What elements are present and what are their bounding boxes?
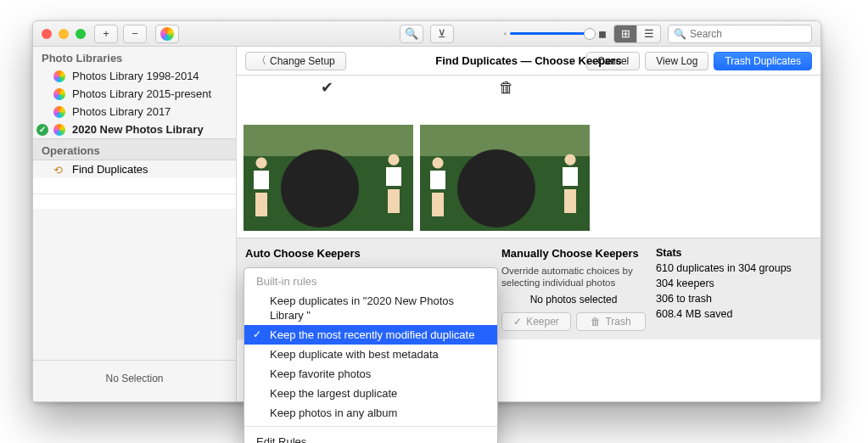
auto-title: Auto Choose Keepers xyxy=(245,247,491,260)
stats-title: Stats xyxy=(656,247,812,259)
library-item-active[interactable]: 2020 New Photos Library xyxy=(33,121,236,138)
stats-line: 306 to trash xyxy=(656,293,812,305)
filter-button[interactable]: ⊻ xyxy=(430,25,454,43)
rules-group-label: Built-in rules xyxy=(244,268,497,291)
close-icon[interactable] xyxy=(42,29,52,39)
libraries-header: Photo Libraries xyxy=(33,47,236,67)
trash-label: Trash xyxy=(605,316,630,328)
photos-icon xyxy=(53,70,65,82)
edit-rules-item[interactable]: Edit Rules… xyxy=(244,430,497,443)
traffic-lights xyxy=(42,29,86,39)
search-icon: 🔍 xyxy=(674,28,686,40)
library-item[interactable]: Photos Library 1998-2014 xyxy=(33,67,236,85)
thumbnail-size-slider[interactable]: ▫ ◼ xyxy=(503,28,607,40)
check-icon: ✔ xyxy=(321,78,333,97)
photo-keeper[interactable] xyxy=(244,125,413,231)
change-setup-label: Change Setup xyxy=(270,55,335,67)
library-item[interactable]: Photos Library 2015-present xyxy=(33,85,236,103)
manual-choose-panel: Manually Choose Keepers Override automat… xyxy=(501,247,646,331)
trash-icon: 🗑 xyxy=(499,79,514,97)
keeper-label: Keeper xyxy=(526,316,559,328)
rule-item[interactable]: Keep the largest duplicate xyxy=(244,384,497,403)
rule-item[interactable]: Keep photos in any album xyxy=(244,403,497,423)
remove-button[interactable]: − xyxy=(123,25,147,43)
operation-find-duplicates[interactable]: ⟲Find Duplicates xyxy=(33,160,236,178)
library-label: Photos Library 2015-present xyxy=(72,87,211,100)
trash-duplicates-button[interactable]: Trash Duplicates xyxy=(714,52,812,70)
rule-item[interactable]: Keep favorite photos xyxy=(244,364,497,384)
stats-line: 304 keepers xyxy=(656,278,812,289)
list-icon: ☰ xyxy=(644,27,654,40)
duplicate-group xyxy=(237,99,820,238)
inspect-button[interactable]: 🔍 xyxy=(400,25,423,43)
rule-item[interactable]: Keep duplicates in "2020 New Photos Libr… xyxy=(244,291,497,325)
list-view-button[interactable]: ☰ xyxy=(637,25,661,43)
check-icon: ✓ xyxy=(513,316,522,328)
operations-header: Operations xyxy=(33,138,236,160)
photos-icon xyxy=(53,106,65,118)
photo-duplicate[interactable] xyxy=(420,125,590,231)
photos-icon xyxy=(53,88,65,100)
minimize-icon[interactable] xyxy=(59,29,69,39)
trash-indicator: 🗑 xyxy=(417,76,596,99)
view-mode-toggle[interactable]: ⊞ ☰ xyxy=(613,25,661,43)
library-label: 2020 New Photos Library xyxy=(72,123,204,136)
add-button[interactable]: + xyxy=(94,25,118,43)
titlebar: + − 🔍 ⊻ ▫ ◼ ⊞ ☰ 🔍 xyxy=(33,21,820,47)
grid-view-button[interactable]: ⊞ xyxy=(613,25,637,43)
auto-choose-panel: Auto Choose Keepers Built-in rules Keep … xyxy=(245,247,491,331)
page-title: Find Duplicates — Choose Keepers xyxy=(435,54,622,67)
trash-icon: 🗑 xyxy=(591,316,601,328)
maximize-icon[interactable] xyxy=(76,29,86,39)
library-label: Photos Library 1998-2014 xyxy=(72,70,199,82)
operation-label: Find Duplicates xyxy=(72,163,148,176)
duplicates-icon: ⟲ xyxy=(53,164,65,176)
filter-icon: ⊻ xyxy=(438,27,446,40)
manual-title: Manually Choose Keepers xyxy=(501,247,646,260)
manual-hint: Override automatic choices by selecting … xyxy=(501,265,646,289)
rule-item[interactable]: Keep duplicate with best metadata xyxy=(244,345,497,364)
stats-line: 608.4 MB saved xyxy=(656,308,812,320)
stats-line: 610 duplicates in 304 groups xyxy=(656,262,812,274)
small-thumb-icon: ▫ xyxy=(503,29,507,38)
magnifier-icon: 🔍 xyxy=(405,27,418,40)
photos-icon xyxy=(160,27,174,41)
no-selection-panel: No Selection xyxy=(33,360,236,401)
trash-button[interactable]: 🗑Trash xyxy=(576,312,646,331)
view-log-button[interactable]: View Log xyxy=(645,52,708,70)
keeper-indicator: ✔ xyxy=(237,76,417,99)
rules-dropdown: Built-in rules Keep duplicates in "2020 … xyxy=(244,267,498,443)
search-field[interactable]: 🔍 xyxy=(668,25,812,43)
photos-app-button[interactable] xyxy=(155,25,179,43)
main-panel: 〈Change Setup Find Duplicates — Choose K… xyxy=(237,47,820,401)
keeper-button[interactable]: ✓Keeper xyxy=(501,312,571,331)
library-item[interactable]: Photos Library 2017 xyxy=(33,103,236,121)
photos-icon xyxy=(53,124,65,136)
change-setup-button[interactable]: 〈Change Setup xyxy=(245,52,346,70)
search-input[interactable] xyxy=(690,28,817,40)
back-icon: 〈 xyxy=(256,53,266,68)
grid-icon: ⊞ xyxy=(621,27,630,40)
sidebar: Photo Libraries Photos Library 1998-2014… xyxy=(33,47,237,401)
library-label: Photos Library 2017 xyxy=(72,105,171,118)
app-window: + − 🔍 ⊻ ▫ ◼ ⊞ ☰ 🔍 Photo Librar xyxy=(32,20,821,402)
stats-panel: Stats 610 duplicates in 304 groups 304 k… xyxy=(656,247,812,331)
large-thumb-icon: ◼ xyxy=(598,28,607,40)
manual-none: No photos selected xyxy=(501,294,646,306)
bottom-panel: Auto Choose Keepers Built-in rules Keep … xyxy=(237,238,820,339)
rule-item-selected[interactable]: Keep the most recently modified duplicat… xyxy=(244,325,497,345)
